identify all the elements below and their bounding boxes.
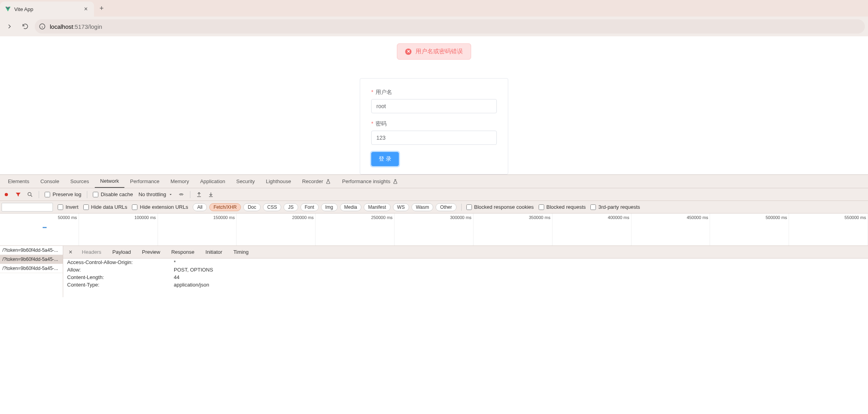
detail-tab-timing[interactable]: Timing (228, 246, 254, 258)
type-filter-pills: All Fetch/XHR Doc CSS JS Font Img Media … (193, 203, 456, 211)
network-toolbar: Preserve log Disable cache No throttling (0, 188, 868, 201)
third-party-checkbox[interactable]: 3rd-party requests (590, 204, 640, 210)
username-label: *用户名 (371, 89, 497, 96)
address-bar-row: localhost:5173/login (0, 17, 868, 36)
browser-tab[interactable]: Vite App × (0, 2, 94, 17)
filter-pill-fetchxhr[interactable]: Fetch/XHR (209, 203, 241, 211)
filter-pill-doc[interactable]: Doc (243, 203, 260, 211)
header-row: Content-Length:44 (67, 274, 864, 281)
devtools: Elements Console Sources Network Perform… (0, 174, 868, 297)
request-row[interactable]: /?token=9b60f4dd-5a45-... (0, 255, 63, 264)
login-button[interactable]: 登 录 (371, 152, 399, 166)
close-icon[interactable]: × (83, 6, 89, 13)
password-label: *密码 (371, 120, 497, 127)
devtools-tab-perf-insights[interactable]: Performance insights (336, 175, 404, 188)
devtools-tab-console[interactable]: Console (35, 175, 65, 188)
devtools-tabs: Elements Console Sources Network Perform… (0, 175, 868, 188)
devtools-tab-network[interactable]: Network (95, 175, 125, 188)
address-bar[interactable]: localhost:5173/login (35, 19, 865, 34)
detail-tab-response[interactable]: Response (166, 246, 200, 258)
search-icon[interactable] (27, 191, 33, 198)
filter-pill-img[interactable]: Img (321, 203, 338, 211)
detail-tab-payload[interactable]: Payload (107, 246, 136, 258)
header-row: Allow:POST, OPTIONS (67, 266, 864, 274)
detail-tab-preview[interactable]: Preview (136, 246, 165, 258)
filter-input[interactable] (2, 203, 53, 212)
filter-pill-js[interactable]: JS (284, 203, 298, 211)
detail-tabs: × Headers Payload Preview Response Initi… (63, 246, 868, 259)
request-list: /?token=9b60f4dd-5a45-... /?token=9b60f4… (0, 246, 63, 297)
timeline-request-marker (43, 227, 47, 228)
error-icon: ✕ (405, 49, 411, 55)
filter-pill-css[interactable]: CSS (263, 203, 282, 211)
filter-pill-ws[interactable]: WS (393, 203, 409, 211)
browser-chrome: Vite App × + localhost:5173/login (0, 0, 868, 36)
network-detail-split: /?token=9b60f4dd-5a45-... /?token=9b60f4… (0, 246, 868, 297)
request-detail-panel: × Headers Payload Preview Response Initi… (63, 246, 868, 297)
site-info-icon[interactable] (39, 23, 46, 30)
flask-icon (393, 179, 398, 184)
devtools-tab-recorder[interactable]: Recorder (297, 175, 336, 188)
filter-pill-font[interactable]: Font (301, 203, 319, 211)
filter-pill-manifest[interactable]: Manifest (364, 203, 390, 211)
filter-pill-wasm[interactable]: Wasm (411, 203, 434, 211)
wifi-icon[interactable] (178, 191, 184, 198)
blocked-requests-checkbox[interactable]: Blocked requests (539, 204, 586, 210)
devtools-tab-security[interactable]: Security (231, 175, 260, 188)
chevron-down-icon (169, 193, 173, 197)
login-form: *用户名 *密码 登 录 (360, 78, 508, 174)
close-detail-button[interactable]: × (65, 249, 76, 256)
network-timeline[interactable]: 50000 ms 100000 ms 150000 ms 200000 ms 2… (0, 214, 868, 246)
svg-line-5 (31, 195, 32, 197)
upload-icon[interactable] (196, 191, 202, 198)
disable-cache-checkbox[interactable]: Disable cache (93, 191, 133, 197)
network-filter-row: Invert Hide data URLs Hide extension URL… (0, 201, 868, 214)
flask-icon (325, 179, 331, 184)
detail-tab-initiator[interactable]: Initiator (200, 246, 228, 258)
filter-pill-other[interactable]: Other (436, 203, 456, 211)
devtools-tab-sources[interactable]: Sources (65, 175, 95, 188)
new-tab-button[interactable]: + (94, 4, 109, 13)
invert-checkbox[interactable]: Invert (58, 204, 79, 210)
record-button[interactable] (3, 191, 9, 198)
tab-title: Vite App (14, 6, 79, 12)
url-text: localhost:5173/login (50, 23, 102, 30)
header-row: Access-Control-Allow-Origin:* (67, 259, 864, 266)
username-input[interactable] (371, 99, 497, 113)
filter-icon[interactable] (15, 191, 21, 198)
request-row[interactable]: /?token=9b60f4dd-5a45-... (0, 264, 63, 273)
page-content: ✕ 用户名或密码错误 *用户名 *密码 登 录 (0, 36, 868, 174)
response-headers: Access-Control-Allow-Origin:* Allow:POST… (63, 259, 868, 297)
preserve-log-checkbox[interactable]: Preserve log (45, 191, 81, 197)
svg-point-4 (28, 192, 31, 195)
vue-icon (5, 6, 11, 12)
devtools-tab-performance[interactable]: Performance (124, 175, 165, 188)
filter-pill-all[interactable]: All (193, 203, 207, 211)
reload-button[interactable] (19, 20, 32, 33)
error-message-text: 用户名或密码错误 (415, 48, 463, 55)
hide-extension-urls-checkbox[interactable]: Hide extension URLs (132, 204, 188, 210)
devtools-tab-elements[interactable]: Elements (2, 175, 35, 188)
download-icon[interactable] (208, 191, 214, 198)
header-row: Content-Type:application/json (67, 281, 864, 288)
filter-pill-media[interactable]: Media (340, 203, 362, 211)
forward-button[interactable] (3, 20, 16, 33)
tab-strip: Vite App × + (0, 0, 868, 17)
password-input[interactable] (371, 131, 497, 145)
throttling-select[interactable]: No throttling (139, 191, 173, 197)
error-message-banner: ✕ 用户名或密码错误 (397, 43, 471, 60)
detail-tab-headers[interactable]: Headers (76, 246, 107, 258)
devtools-tab-lighthouse[interactable]: Lighthouse (260, 175, 297, 188)
hide-data-urls-checkbox[interactable]: Hide data URLs (83, 204, 128, 210)
blocked-cookies-checkbox[interactable]: Blocked response cookies (466, 204, 534, 210)
svg-point-3 (5, 193, 8, 196)
request-row[interactable]: /?token=9b60f4dd-5a45-... (0, 246, 63, 255)
devtools-tab-memory[interactable]: Memory (165, 175, 195, 188)
devtools-tab-application[interactable]: Application (195, 175, 231, 188)
